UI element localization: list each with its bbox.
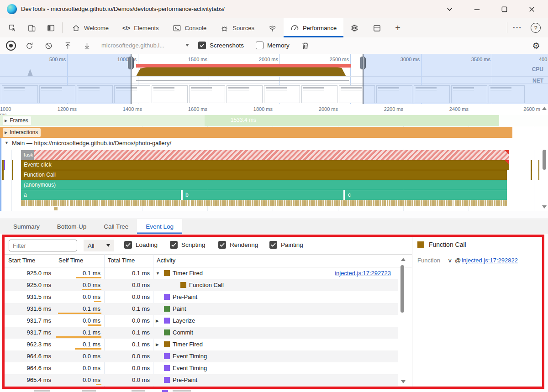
clear-button[interactable] (43, 41, 54, 51)
chevron-down-icon[interactable] (443, 3, 456, 15)
small-task-bar[interactable] (2, 170, 4, 180)
column-header-total-time[interactable]: Total Time (108, 257, 135, 264)
collapse-toggle-icon[interactable]: ▼ (156, 271, 160, 276)
tab-bottom-up[interactable]: Bottom-Up (48, 219, 95, 234)
table-row[interactable]: 964.6 ms0.0 ms0.0 msEvent Timing (5, 350, 398, 362)
task-label-chip[interactable]: Task (21, 150, 34, 160)
scroll-down-icon[interactable] (401, 380, 406, 383)
record-button[interactable] (5, 41, 16, 51)
anonymous-bar[interactable]: (anonymous) (21, 180, 507, 190)
small-task-bar[interactable] (538, 170, 539, 180)
micro-tasks-row[interactable] (21, 200, 507, 206)
splitter[interactable] (0, 211, 548, 219)
tab-chip[interactable] (343, 18, 366, 37)
column-header-self-time[interactable]: Self Time (58, 257, 83, 264)
table-row[interactable]: 931.5 ms0.0 ms0.0 msPre-Paint (5, 291, 398, 303)
settings-gear-icon[interactable]: ⚙ (531, 41, 542, 51)
tab-elements[interactable]: </>Elements (116, 18, 166, 37)
inspect-icon[interactable] (6, 22, 18, 33)
table-scrollbar-thumb[interactable] (400, 265, 404, 313)
function-b-bar[interactable]: b (183, 190, 344, 200)
table-row[interactable]: 925.0 ms0.1 ms0.1 ms▼Timer Firedinjected… (5, 267, 398, 279)
painting-checkbox[interactable] (269, 241, 277, 249)
collapse-arrow-icon[interactable]: ▶ (5, 131, 7, 135)
tab-event-log[interactable]: Event Log (137, 219, 182, 234)
table-row[interactable]: 931.7 ms0.0 ms0.0 ms▶Layerize (5, 315, 398, 327)
flame-scrollbar-thumb[interactable] (543, 150, 546, 170)
column-header-activity[interactable]: Activity (157, 257, 175, 264)
device-emulation-icon[interactable] (26, 22, 37, 33)
memory-toggle[interactable]: Memory (256, 42, 290, 49)
filmstrip-thumbnail[interactable] (189, 85, 225, 103)
screenshots-checkbox[interactable] (198, 42, 206, 49)
rendering-checkbox[interactable] (218, 241, 226, 249)
expand-toggle-icon[interactable]: ▶ (156, 319, 159, 323)
tab-plus[interactable]: + (388, 18, 407, 37)
scripting-toggle[interactable]: Scripting (170, 241, 206, 249)
upload-profile-button[interactable] (62, 41, 73, 51)
filter-input[interactable] (9, 240, 77, 251)
function-call-bar[interactable]: Function Call (21, 170, 507, 180)
memory-checkbox[interactable] (256, 42, 263, 49)
close-icon[interactable] (525, 3, 538, 15)
column-header-start-time[interactable]: Start Time (8, 257, 35, 264)
tab-sources[interactable]: Sources (213, 18, 261, 37)
table-row[interactable]: 964.6 ms0.0 ms0.0 msEvent Timing (5, 362, 398, 374)
tab-console[interactable]: Console (166, 18, 214, 37)
table-row[interactable]: 931.6 ms0.1 ms0.1 msPaint (5, 303, 398, 315)
duration-filter-dropdown[interactable]: All (84, 240, 114, 251)
micro-task-bar[interactable] (54, 207, 58, 210)
collapse-arrow-icon[interactable]: ▶ (5, 119, 7, 123)
filmstrip-thumbnail[interactable] (264, 85, 300, 103)
filmstrip-thumbnail[interactable] (301, 85, 337, 103)
reload-and-record-button[interactable] (24, 41, 35, 51)
table-row[interactable]: 965.4 ms0.0 ms0.0 msPre-Paint (5, 374, 398, 386)
tab-welcome[interactable]: Welcome (65, 18, 116, 37)
loading-toggle[interactable]: Loading (124, 241, 158, 249)
tab-call-tree[interactable]: Call Tree (95, 219, 137, 234)
help-icon[interactable]: ? (530, 22, 542, 33)
more-options-icon[interactable]: ··· (511, 22, 523, 33)
small-task-bar[interactable] (538, 160, 539, 170)
scroll-up-icon[interactable] (401, 258, 406, 261)
small-task-bar[interactable] (531, 160, 532, 170)
filmstrip-thumbnail[interactable] (152, 85, 188, 103)
minimize-icon[interactable] (470, 3, 483, 15)
expand-toggle-icon[interactable]: ▶ (156, 342, 159, 347)
main-track-header[interactable]: ▼ Main — https://microsoftedge.github.io… (0, 138, 548, 150)
rendering-toggle[interactable]: Rendering (218, 241, 258, 249)
scroll-down-icon[interactable] (542, 205, 547, 209)
small-task-bar[interactable] (531, 170, 532, 180)
dock-side-icon[interactable] (45, 22, 57, 33)
right-window-handle[interactable] (360, 57, 366, 69)
profile-dropdown-arrow[interactable] (185, 44, 189, 47)
long-task-bar[interactable] (34, 150, 509, 160)
frames-track[interactable]: 1533.4 ms ▶Frames (0, 115, 548, 126)
small-task-bar[interactable] (12, 160, 13, 170)
tab-performance[interactable]: Performance (284, 18, 343, 37)
interactions-track[interactable]: ▶Interactions (0, 127, 548, 138)
flame-chart-area[interactable]: 1000 ms1200 ms1400 ms1600 ms1800 ms2000 … (0, 104, 548, 211)
function-a-bar[interactable]: a (21, 190, 182, 200)
scripting-checkbox[interactable] (170, 241, 178, 249)
tab-wifi[interactable] (261, 18, 284, 37)
source-location-link[interactable]: injected.js:17:292822 (462, 257, 518, 264)
scroll-up-icon[interactable] (542, 107, 547, 110)
profile-select[interactable]: microsoftedge.github.i... (101, 42, 164, 49)
trash-icon[interactable] (300, 41, 311, 51)
painting-toggle[interactable]: Painting (269, 241, 303, 249)
timeline-overview[interactable]: CPU NET 500 ms1000 ms1500 ms2000 ms2500 … (0, 54, 548, 104)
screenshots-toggle[interactable]: Screenshots (198, 42, 244, 49)
small-task-bar[interactable] (12, 170, 13, 180)
function-c-bar[interactable]: c (345, 190, 507, 200)
table-row[interactable]: 925.0 ms0.0 ms0.0 msFunction Call (5, 279, 398, 291)
small-task-bar[interactable] (4, 160, 5, 170)
table-row[interactable]: 962.3 ms0.1 ms0.1 ms▶Timer Fired (5, 339, 398, 350)
source-location-link[interactable]: injected.js:17:292723 (335, 270, 391, 277)
small-task-bar[interactable] (2, 160, 4, 170)
event-click-bar[interactable]: Event: click (21, 160, 509, 170)
download-profile-button[interactable] (81, 41, 92, 51)
filmstrip-thumbnail[interactable] (227, 85, 263, 103)
loading-checkbox[interactable] (124, 241, 132, 249)
left-window-handle[interactable] (128, 57, 134, 69)
